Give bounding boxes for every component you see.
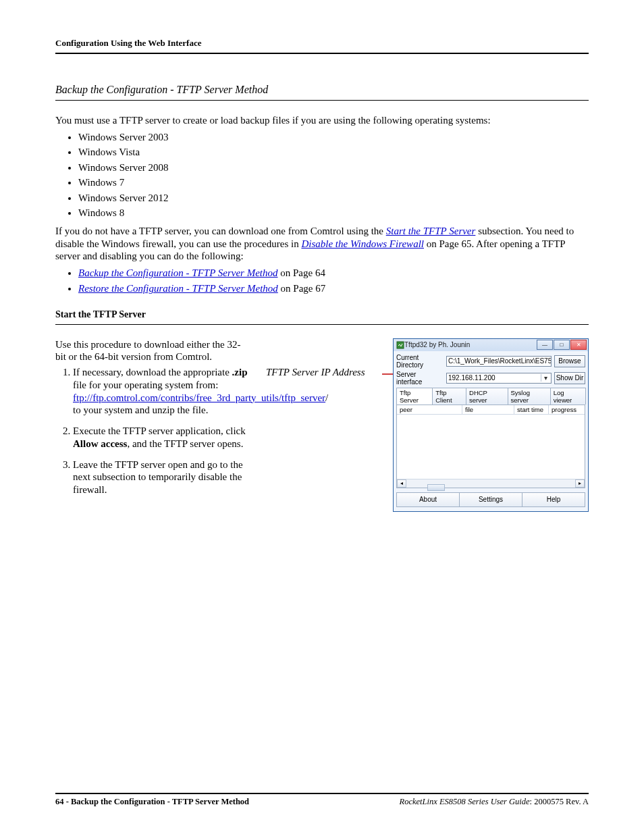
start-tftp-subheading: Start the TFTP Server xyxy=(55,309,589,320)
step-1: If necessary, download the appropriate .… xyxy=(73,366,251,417)
list-item: Windows Server 2003 xyxy=(78,130,589,145)
backup-config-link[interactable]: Backup the Configuration - TFTP Server M… xyxy=(78,267,278,278)
procedure-lead: Use this procedure to download either th… xyxy=(55,338,251,364)
col-file[interactable]: file xyxy=(462,405,514,414)
col-peer[interactable]: peer xyxy=(397,405,462,414)
restore-config-link[interactable]: Restore the Configuration - TFTP Server … xyxy=(78,283,278,294)
scroll-left-icon[interactable]: ◂ xyxy=(397,479,406,488)
os-list: Windows Server 2003 Windows Vista Window… xyxy=(55,130,589,221)
app-icon xyxy=(396,341,404,349)
server-interface-label: Server interface xyxy=(396,371,444,386)
horizontal-scrollbar[interactable]: ◂ ▸ xyxy=(397,479,585,488)
zip-bold: .zip xyxy=(232,367,248,377)
close-button[interactable]: ✕ xyxy=(570,340,587,350)
steps-list: If necessary, download the appropriate .… xyxy=(55,366,251,496)
tab-tftp-client[interactable]: Tftp Client xyxy=(432,388,466,405)
settings-button[interactable]: Settings xyxy=(459,492,522,507)
step-2: Execute the TFTP server application, cli… xyxy=(73,425,251,450)
col-start-time[interactable]: start time xyxy=(514,405,549,414)
section-rule xyxy=(55,100,589,101)
start-tftp-link[interactable]: Start the TFTP Server xyxy=(386,226,476,236)
text: on Page 64 xyxy=(278,267,325,278)
server-interface-field[interactable]: 192.168.11.200 ▾ xyxy=(446,373,552,384)
list-item: Windows Vista xyxy=(78,145,589,160)
doc-title-italic: RocketLinx ES8508 Series User Guide xyxy=(400,797,530,806)
about-button[interactable]: About xyxy=(396,492,460,507)
text: If you do not have a TFTP server, you ca… xyxy=(55,226,386,236)
server-interface-value: 192.168.11.200 xyxy=(448,374,495,382)
intro-paragraph: You must use a TFTP server to create or … xyxy=(55,114,589,127)
action-bullets: Backup the Configuration - TFTP Server M… xyxy=(55,265,589,297)
current-directory-label: Current Directory xyxy=(396,354,444,369)
maximize-button[interactable]: □ xyxy=(554,340,570,350)
tab-syslog-server[interactable]: Syslog server xyxy=(508,388,551,405)
doc-rev: : 2000575 Rev. A xyxy=(530,797,589,806)
text: file for your operating system from: xyxy=(73,380,218,390)
disable-firewall-link[interactable]: Disable the Windows Firewall xyxy=(301,238,424,249)
list-item: Backup the Configuration - TFTP Server M… xyxy=(78,265,589,281)
text: , and the TFTP server opens. xyxy=(127,438,243,449)
browse-button[interactable]: Browse xyxy=(554,355,585,367)
list-item: Restore the Configuration - TFTP Server … xyxy=(78,281,589,296)
subheading-rule xyxy=(55,324,589,325)
col-progress[interactable]: progress xyxy=(549,405,585,414)
text: Execute the TFTP server application, cli… xyxy=(73,425,246,436)
ip-address-caption: TFTP Server IP Address xyxy=(266,367,365,378)
minimize-button[interactable]: — xyxy=(537,340,553,350)
ftp-link[interactable]: ftp://ftp.comtrol.com/contribs/free_3rd_… xyxy=(73,392,325,403)
running-header: Configuration Using the Web Interface xyxy=(55,38,589,49)
download-paragraph: If you do not have a TFTP server, you ca… xyxy=(55,225,589,263)
help-button[interactable]: Help xyxy=(522,492,585,507)
list-item: Windows 7 xyxy=(78,175,589,190)
allow-access-bold: Allow access xyxy=(73,438,127,449)
footer-title: Backup the Configuration - TFTP Server M… xyxy=(71,797,249,806)
current-directory-value: C:\1_Work_Files\RocketLinx\ES7510 xyxy=(448,357,552,365)
tabs: Tftp Server Tftp Client DHCP server Sysl… xyxy=(396,388,585,405)
step-3: Leave the TFTP server open and go to the… xyxy=(73,459,251,496)
text: If necessary, download the appropriate xyxy=(73,367,232,377)
scroll-right-icon[interactable]: ▸ xyxy=(575,479,585,488)
tftpd32-window: Tftpd32 by Ph. Jounin — □ ✕ Current Dire… xyxy=(393,338,589,512)
footer-rule xyxy=(55,793,589,794)
list-item: Windows Server 2012 xyxy=(78,190,589,206)
footer-left: 64 - Backup the Configuration - TFTP Ser… xyxy=(55,797,249,807)
current-directory-field[interactable]: C:\1_Work_Files\RocketLinx\ES7510 ▾ xyxy=(446,356,552,367)
section-title: Backup the Configuration - TFTP Server M… xyxy=(55,84,589,96)
transfer-panel: peer file start time progress ◂ ▸ xyxy=(396,405,585,488)
chevron-down-icon[interactable]: ▾ xyxy=(541,374,549,382)
page-footer: 64 - Backup the Configuration - TFTP Ser… xyxy=(55,787,589,807)
column-headers: peer file start time progress xyxy=(397,405,585,415)
list-item: Windows 8 xyxy=(78,205,589,221)
window-title: Tftpd32 by Ph. Jounin xyxy=(404,341,537,348)
tab-tftp-server[interactable]: Tftp Server xyxy=(396,388,433,405)
list-item: Windows Server 2008 xyxy=(78,160,589,176)
text: on Page 67 xyxy=(278,283,325,294)
page-number: 64 - xyxy=(55,797,71,806)
header-rule xyxy=(55,53,589,54)
scroll-thumb[interactable] xyxy=(427,484,445,491)
footer-right: RocketLinx ES8508 Series User Guide: 200… xyxy=(400,797,589,807)
tab-dhcp-server[interactable]: DHCP server xyxy=(466,388,508,405)
titlebar[interactable]: Tftpd32 by Ph. Jounin — □ ✕ xyxy=(394,339,588,351)
tab-log-viewer[interactable]: Log viewer xyxy=(550,388,586,405)
show-dir-button[interactable]: Show Dir xyxy=(554,372,585,384)
